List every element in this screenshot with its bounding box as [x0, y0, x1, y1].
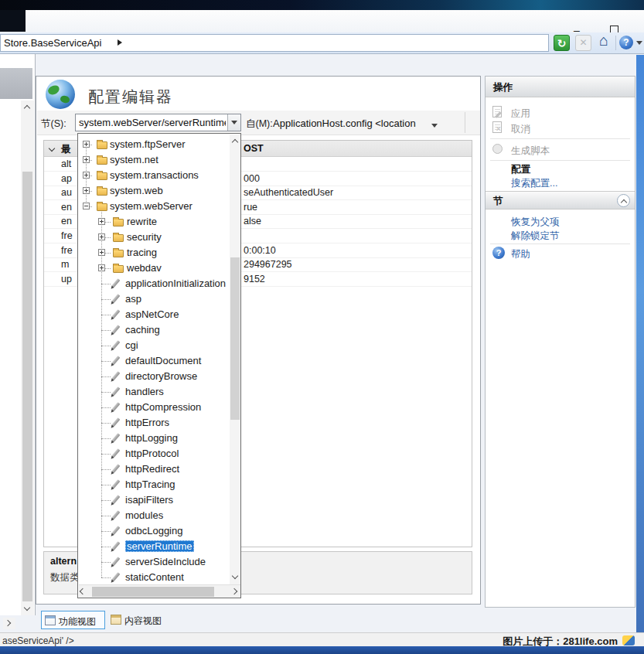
search-config-link[interactable]: 搜索配置...	[511, 177, 557, 190]
folder-icon	[113, 234, 124, 242]
section-dropdown-tree: system.ftpServer system.net system.trans…	[77, 133, 241, 598]
tree-hscroll-thumb[interactable]	[92, 587, 214, 597]
folder-icon	[97, 188, 107, 196]
tree-item[interactable]: system.webServer	[78, 199, 230, 214]
scroll-up-icon[interactable]	[21, 100, 34, 114]
expander-icon[interactable]	[98, 264, 105, 271]
expander-icon[interactable]	[83, 141, 90, 148]
generate-script-button: 生成脚本	[511, 145, 550, 158]
from-label: 自(M):	[246, 118, 273, 131]
tree-scroll-up-icon[interactable]	[230, 135, 240, 147]
apply-icon	[492, 106, 502, 118]
tree-item[interactable]: serverSideInclude	[78, 554, 230, 570]
section-pencil-icon	[112, 526, 121, 535]
tree-item[interactable]: aspNetCore	[78, 307, 230, 322]
tree-item[interactable]: directoryBrowse	[78, 369, 230, 384]
property-name: altern	[50, 556, 77, 567]
group-header-left: 最	[61, 143, 71, 156]
property-meta: 数据类	[50, 571, 80, 584]
tree-item[interactable]: tracing	[78, 245, 230, 261]
section-pencil-icon	[112, 402, 121, 411]
tree-item[interactable]: applicationInitialization	[78, 276, 230, 291]
section-combobox-value: system.webServer/serverRuntime	[79, 117, 226, 128]
section-pencil-icon	[112, 356, 121, 365]
expander-icon[interactable]	[83, 172, 90, 179]
tree-item[interactable]: staticContent	[78, 570, 230, 585]
desktop-edge	[636, 55, 644, 646]
tree-item[interactable]: system.net	[78, 152, 230, 168]
status-text: aseServiceApi' />	[2, 635, 74, 646]
tree-item[interactable]: system.ftpServer	[78, 137, 230, 152]
expander-icon[interactable]	[98, 218, 105, 225]
tree-item[interactable]: caching	[78, 322, 230, 338]
tree-item[interactable]: system.transactions	[78, 168, 230, 183]
tree-item[interactable]: modules	[78, 508, 230, 523]
tree-item[interactable]: httpLogging	[78, 431, 230, 446]
tree-item[interactable]: security	[78, 230, 230, 245]
from-combobox[interactable]: ApplicationHost.config <location	[273, 118, 416, 129]
expander-icon[interactable]	[83, 156, 90, 163]
section-combobox[interactable]: system.webServer/serverRuntime	[75, 114, 241, 131]
tree-item[interactable]: asp	[78, 291, 230, 307]
tree-item[interactable]: httpTracing	[78, 477, 230, 492]
actions-panel: 操作 应用 取消 生成脚本 配置 搜索配置... 节 恢复为父项 解除锁定节 ?…	[485, 76, 635, 608]
collapse-section-icon[interactable]	[617, 194, 630, 207]
background-corner	[0, 10, 26, 32]
section-pencil-icon	[112, 387, 121, 396]
tab-content-view[interactable]: 内容视图	[107, 611, 169, 629]
page-title: 配置编辑器	[88, 87, 173, 107]
connections-pane	[0, 54, 36, 615]
folder-icon	[113, 265, 124, 273]
scroll-down-icon[interactable]	[21, 602, 34, 615]
breadcrumb-arrow-icon[interactable]	[118, 39, 122, 46]
expander-icon[interactable]	[98, 233, 105, 240]
tree-item[interactable]: httpCompression	[78, 400, 230, 415]
watermark-icon	[622, 635, 635, 645]
cancel-button: 取消	[511, 123, 530, 136]
globe-icon	[46, 80, 75, 109]
tree-scroll-thumb[interactable]	[230, 257, 240, 420]
expander-icon[interactable]	[83, 203, 90, 209]
revert-to-parent-link[interactable]: 恢复为父项	[511, 216, 560, 229]
home-icon[interactable]: ⌂	[595, 32, 612, 48]
tree-item[interactable]: handlers	[78, 384, 230, 400]
tree-hscrollbar[interactable]	[79, 584, 240, 598]
tree-item[interactable]: rewrite	[78, 214, 230, 230]
tree-item[interactable]: httpErrors	[78, 415, 230, 431]
tree-item[interactable]: webdav	[78, 261, 230, 276]
help-caret-icon[interactable]	[636, 41, 642, 45]
breadcrumb[interactable]: Store.BaseServiceApi	[0, 34, 549, 52]
tree-scroll-right-icon[interactable]	[231, 588, 237, 594]
help-icon[interactable]: ?	[619, 36, 633, 49]
tree-scroll-down-icon[interactable]	[230, 571, 240, 583]
tree-item[interactable]: cgi	[78, 338, 230, 353]
tree-item[interactable]: httpRedirect	[78, 462, 230, 477]
help-link[interactable]: 帮助	[511, 248, 530, 261]
from-caret-icon[interactable]	[431, 124, 438, 128]
connections-scroll-thumb[interactable]	[22, 172, 32, 601]
tree-item[interactable]: odbcLogging	[78, 523, 230, 539]
unlock-section-link[interactable]: 解除锁定节	[511, 230, 560, 243]
tree-scroll-left-icon[interactable]	[80, 588, 86, 594]
tree-item[interactable]: system.web	[78, 183, 230, 199]
tree-item-selected[interactable]: serverRuntime	[78, 539, 230, 554]
tree-item[interactable]: httpProtocol	[78, 446, 230, 462]
background-window-strip	[0, 0, 644, 10]
section-pencil-icon	[112, 371, 121, 380]
tree-item[interactable]: defaultDocument	[78, 353, 230, 369]
expander-icon[interactable]	[98, 249, 105, 256]
tab-features-view[interactable]: 功能视图	[41, 611, 105, 629]
divider	[490, 244, 630, 244]
collapse-icon[interactable]	[49, 145, 55, 152]
expander-icon[interactable]	[83, 187, 90, 194]
scroll-right-icon[interactable]	[3, 618, 15, 629]
section-combobox-dropdown-button[interactable]	[227, 114, 240, 131]
features-view-icon	[45, 615, 56, 625]
help-icon: ?	[492, 247, 505, 259]
refresh-icon[interactable]: ↻	[554, 35, 570, 51]
folder-icon	[97, 141, 107, 149]
divider	[490, 138, 630, 139]
tree-item[interactable]: isapiFilters	[78, 492, 230, 508]
section-group-header[interactable]: 节	[486, 191, 635, 209]
strip-divider	[465, 112, 465, 133]
